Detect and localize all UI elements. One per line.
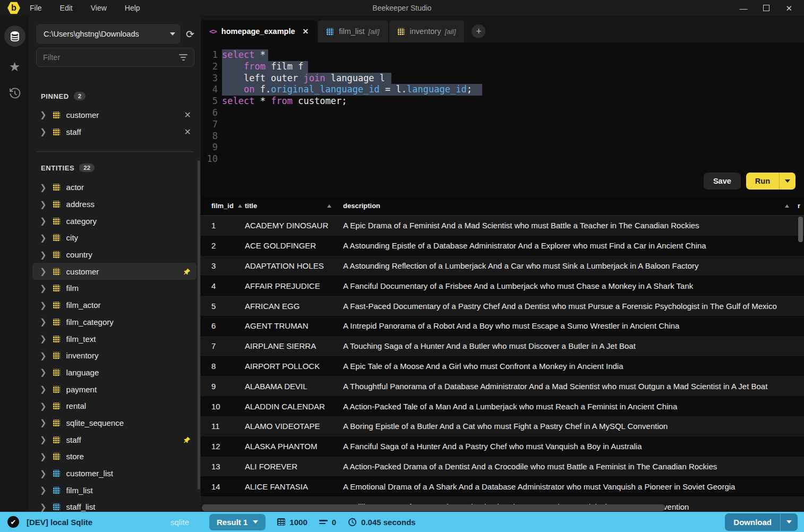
cell-title[interactable]: AFRICAN EGG [245,302,343,311]
menu-file[interactable]: File [30,4,42,12]
entity-filter-input[interactable]: Filter [36,48,194,67]
pin-icon[interactable] [183,268,191,276]
column-header-description[interactable]: description [343,202,798,210]
table-row[interactable]: 6AGENT TRUMANA Intrepid Panorama of a Ro… [201,316,804,336]
cell-title[interactable]: ALI FOREVER [245,462,343,471]
cell-film-id[interactable]: 12 [201,442,245,451]
table-row[interactable]: 4AFFAIR PREJUDICEA Fanciful Documentary … [201,276,804,296]
cell-description[interactable]: A Astounding Epistle of a Database Admin… [343,241,804,250]
column-header-partial[interactable]: r [798,202,804,210]
table-row[interactable]: 12ALASKA PHANTOMA Fanciful Saga of a Hun… [201,436,804,457]
entities-item-payment[interactable]: ❯payment [32,381,196,398]
code-line-8[interactable]: 8 [201,131,804,142]
code-line-9[interactable]: 9 [201,142,804,153]
cell-title[interactable]: ADAPTATION HOLES [245,261,343,270]
chevron-right-icon[interactable]: ❯ [40,216,47,226]
code-line-6[interactable]: 6 [201,107,804,119]
cell-title[interactable]: ALAMO VIDEOTAPE [245,422,343,431]
cell-description[interactable]: A Fast-Paced Documentary of a Pastry Che… [343,302,804,311]
cell-description[interactable]: A Fanciful Saga of a Hunter And a Pastry… [343,442,804,451]
chevron-right-icon[interactable]: ❯ [40,250,47,260]
table-row[interactable]: 14ALICE FANTASIAA Emotional Drama of a A… [201,476,804,496]
download-dropdown-arrow[interactable] [780,513,798,531]
menu-help[interactable]: Help [125,4,140,12]
cell-film-id[interactable]: 3 [201,261,245,270]
cell-film-id[interactable]: 5 [201,302,245,311]
tab-close-icon[interactable]: ✕ [302,27,309,36]
download-button-main[interactable]: Download [725,513,780,531]
entities-item-film_text[interactable]: ❯film_text [32,330,196,347]
chevron-right-icon[interactable]: ❯ [40,284,47,293]
cell-film-id[interactable]: 8 [201,362,245,371]
chevron-right-icon[interactable]: ❯ [40,183,47,192]
entities-item-staff[interactable]: ❯staff [32,431,196,448]
tab-homepage_example[interactable]: <>homepage_example✕ [201,20,317,42]
entities-item-customer_list[interactable]: ❯customer_list [32,465,196,482]
cell-film-id[interactable]: 14 [201,482,245,491]
run-button-main[interactable]: Run [746,173,779,190]
unpin-close-icon[interactable]: ✕ [184,127,191,137]
code-line-4[interactable]: 4 on f.original_language_id = l.language… [201,84,804,96]
cell-description[interactable]: A Epic Drama of a Feminist And a Mad Sci… [343,221,804,230]
cell-title[interactable]: AGENT TRUMAN [245,321,343,330]
entities-item-film_category[interactable]: ❯film_category [32,314,196,331]
menu-view[interactable]: View [91,4,107,12]
entities-item-address[interactable]: ❯address [32,196,196,213]
cell-description[interactable]: A Touching Saga of a Hunter And a Butler… [343,341,804,350]
cell-description[interactable]: A Boring Epistle of a Butler And a Cat w… [343,422,804,431]
result-selector-button[interactable]: Result 1 [209,514,266,530]
entities-item-customer[interactable]: ❯customer [32,263,196,280]
chevron-right-icon[interactable]: ❯ [40,401,47,411]
code-line-7[interactable]: 7 [201,119,804,131]
entities-item-film[interactable]: ❯film [32,280,196,297]
maximize-icon[interactable] [763,5,769,11]
chevron-right-icon[interactable]: ❯ [40,317,47,327]
chevron-right-icon[interactable]: ❯ [40,334,47,344]
entities-item-category[interactable]: ❯category [32,212,196,229]
code-line-10[interactable]: 10 [201,153,804,165]
table-row[interactable]: 3ADAPTATION HOLESA Astounding Reflection… [201,256,804,276]
table-row[interactable]: 2ACE GOLDFINGERA Astounding Epistle of a… [201,236,804,256]
entities-item-film_list[interactable]: ❯film_list [32,482,196,499]
entities-item-inventory[interactable]: ❯inventory [32,347,196,364]
entities-item-actor[interactable]: ❯actor [32,179,196,196]
cell-title[interactable]: ACADEMY DINOSAUR [245,221,343,230]
chevron-right-icon[interactable]: ❯ [40,418,47,427]
refresh-icon[interactable]: ⟳ [186,28,194,40]
history-icon[interactable] [8,87,21,100]
pinned-item-staff[interactable]: ❯staff✕ [32,123,196,140]
entities-item-staff_list[interactable]: ❯staff_list [32,499,196,512]
cell-title[interactable]: AIRPLANE SIERRA [245,341,343,350]
cell-title[interactable]: ALABAMA DEVIL [245,382,343,391]
results-vertical-scrollbar[interactable] [798,217,803,242]
column-header-film-id[interactable]: film_id [201,202,245,210]
table-row[interactable]: 5AFRICAN EGGA Fast-Paced Documentary of … [201,296,804,316]
code-line-1[interactable]: 1select * [201,49,804,61]
cell-film-id[interactable]: 4 [201,281,245,290]
cell-description[interactable]: A Emotional Drama of a A Shark And a Dat… [343,482,804,491]
cell-film-id[interactable]: 10 [201,402,245,411]
cell-description[interactable]: A Action-Packed Tale of a Man And a Lumb… [343,402,804,411]
chevron-right-icon[interactable]: ❯ [40,267,47,276]
chevron-right-icon[interactable]: ❯ [40,452,47,461]
database-tables-icon[interactable] [4,25,25,47]
connection-selector[interactable]: C:\Users\ghstng\Downloads [36,24,181,44]
chevron-right-icon[interactable]: ❯ [40,301,47,310]
sql-editor[interactable]: 1select *2 from film f3 left outer join … [201,42,804,195]
entities-item-city[interactable]: ❯city [32,229,196,246]
cell-description[interactable]: A Action-Packed Drama of a Dentist And a… [343,462,804,471]
table-row[interactable]: 9ALABAMA DEVILA Thoughtful Panorama of a… [201,376,804,396]
entities-item-store[interactable]: ❯store [32,448,196,465]
code-line-2[interactable]: 2 from film f [201,61,804,73]
chevron-right-icon[interactable]: ❯ [40,233,47,243]
entities-item-sqlite_sequence[interactable]: ❯sqlite_sequence [32,415,196,432]
favorites-star-icon[interactable]: ★ [9,61,21,73]
cell-description[interactable]: A Intrepid Panorama of a Robot And a Boy… [343,321,804,330]
entities-item-language[interactable]: ❯language [32,364,196,381]
table-row[interactable]: 8AIRPORT POLLOCKA Epic Tale of a Moose A… [201,356,804,376]
cell-film-id[interactable]: 1 [201,221,245,230]
column-header-title[interactable]: title [245,202,343,210]
entities-item-film_actor[interactable]: ❯film_actor [32,297,196,314]
cell-description[interactable]: A Epic Tale of a Moose And a Girl who mu… [343,362,804,371]
cell-title[interactable]: ALICE FANTASIA [245,482,343,491]
